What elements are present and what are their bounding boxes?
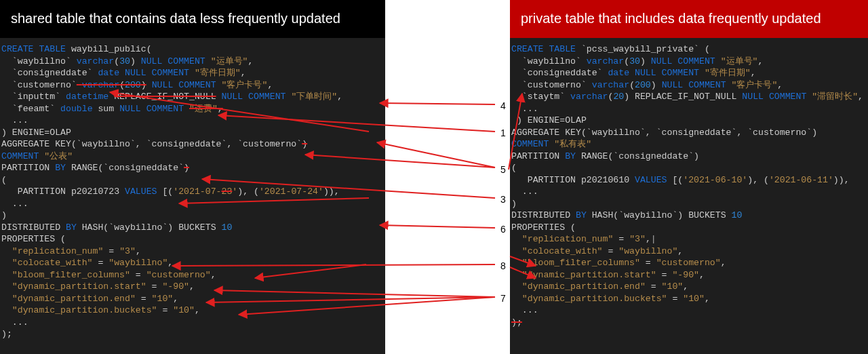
left-panel: shared table that contains data less fre…	[0, 0, 385, 354]
label-8: 8	[500, 260, 506, 271]
left-code: CREATE TABLE waybill_public( `waybillno`…	[0, 38, 385, 340]
right-panel: private table that includes data frequen…	[510, 0, 868, 354]
right-title: private table that includes data frequen…	[510, 0, 868, 38]
label-4: 4	[500, 100, 506, 111]
label-7: 7	[500, 293, 506, 304]
label-3: 3	[500, 194, 506, 205]
label-5: 5	[500, 164, 506, 175]
label-1: 1	[500, 127, 506, 138]
right-code: CREATE TABLE `pcss_waybill_private` ( `w…	[510, 38, 868, 328]
center-column: 4 1 5 3 6 8 7	[385, 0, 510, 354]
left-title: shared table that contains data less fre…	[0, 0, 385, 38]
label-6: 6	[500, 224, 506, 235]
